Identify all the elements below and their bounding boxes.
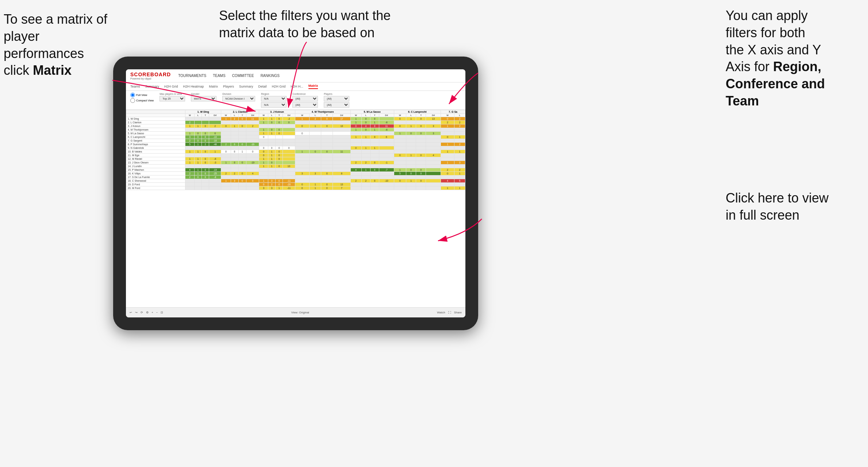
zoom-out-icon[interactable]: − [156, 311, 158, 314]
footer-bar: ↩ ↪ ⟳ ⚙ + − ⊡ View: Original Watch ⛶ Sha… [126, 307, 465, 317]
cell-r2-c1-3: 2 [246, 124, 259, 128]
cell-r7-c0-0: 5 [185, 143, 195, 146]
undo-icon[interactable]: ↩ [130, 311, 132, 314]
nav-rankings[interactable]: RANKINGS [261, 74, 280, 78]
zoom-in-icon[interactable]: + [151, 311, 153, 314]
cell-r14-c0-1: 1 [194, 168, 201, 172]
cell-r6-c2-3 [283, 139, 295, 143]
subnav-teams[interactable]: Teams [130, 85, 140, 88]
cell-r12-c3-1 [310, 161, 321, 165]
table-row: 4. M Thorbjornsen100101-6 [126, 128, 465, 132]
table-row: 17. S De La Fuente200-8 [126, 175, 465, 179]
cell-r5-c1-2 [238, 135, 246, 139]
col-header-1: 1. W Ding [185, 110, 221, 114]
table-row: 13. J Skov Olesen110-3100-1910220-113 [126, 161, 465, 165]
cell-r0-c3-2: 0 [321, 117, 333, 121]
view-options: Full View Compact View [130, 93, 154, 103]
cell-r17-c5-3 [426, 179, 441, 183]
cell-r17-c1-0: 1 [221, 179, 231, 183]
subnav-players[interactable]: Players [223, 85, 234, 88]
footer-left-icons: ↩ ↪ ⟳ ⚙ + − ⊡ [130, 311, 163, 314]
refresh-icon[interactable]: ⟳ [141, 311, 143, 314]
share-label[interactable]: Share [454, 311, 462, 314]
fullscreen-icon[interactable]: ⛶ [448, 311, 451, 314]
conference-select-2[interactable]: (All) [292, 102, 318, 108]
nav-tournaments[interactable]: TOURNAMENTS [178, 74, 206, 78]
subnav-detail[interactable]: Detail [258, 85, 267, 88]
redo-icon[interactable]: ↪ [135, 311, 138, 314]
cell-r14-c6-1: 2 [454, 168, 465, 172]
max-players-label: Max players in view [160, 93, 185, 95]
cell-r12-c5-3 [426, 161, 441, 165]
annotation-right-bottom: Click here to view in full screen [726, 190, 857, 224]
cell-r7-c5-3 [426, 143, 441, 146]
cell-r2-c5-3: 3 [426, 124, 441, 128]
cell-r17-c6-1: 5 [454, 179, 465, 183]
cell-r2-c3-3: 13 [333, 124, 350, 128]
watch-label[interactable]: Watch [437, 311, 445, 314]
cell-r13-c2-2: 0 [276, 165, 283, 168]
max-players-select[interactable]: Top 25 [160, 96, 185, 101]
cell-r6-c5-2 [416, 139, 426, 143]
cell-r19-c2-1: 3 [268, 186, 276, 190]
cell-r16-c2-3 [283, 175, 295, 179]
cell-r12-c4-0: 2 [350, 161, 361, 165]
cell-r0-c4-2: 0 [370, 117, 379, 121]
full-view-radio[interactable] [130, 93, 135, 97]
cell-r18-c0-0 [185, 183, 195, 186]
players-select-1[interactable]: (All) [324, 96, 349, 101]
cell-r17-c4-1: 2 [361, 179, 370, 183]
cell-r8-c1-2 [238, 146, 246, 150]
cell-r0-c5-0: 0 [394, 117, 406, 121]
fit-icon[interactable]: ⊡ [161, 311, 163, 314]
compact-view-option[interactable]: Compact View [130, 98, 154, 103]
cell-r9-c5-3 [426, 150, 441, 154]
cell-r19-c0-2 [201, 186, 209, 190]
subnav-matrix-left[interactable]: Matrix [209, 85, 218, 88]
cell-r15-c2-0 [259, 172, 268, 175]
cell-r10-c1-0 [221, 154, 231, 157]
cell-r1-c2-1: 0 [268, 121, 276, 124]
region-select-1[interactable]: N/A [261, 96, 287, 101]
cell-r13-c5-3 [426, 165, 441, 168]
subnav-h2h-grid[interactable]: H2H Grid [164, 85, 178, 88]
sub-t6: T [416, 114, 426, 117]
conference-select-1[interactable]: (All) [292, 96, 318, 101]
cell-r1-c3-1 [310, 121, 321, 124]
region-select-2[interactable]: N/A [261, 102, 287, 108]
cell-r1-c0-3 [209, 121, 221, 124]
cell-r8-c0-0 [185, 146, 195, 150]
nav-committee[interactable]: COMMITTEE [232, 74, 254, 78]
cell-r4-c0-1: 0 [194, 132, 201, 135]
division-select[interactable]: NCAA Division I [222, 96, 255, 101]
subnav-h2h-h[interactable]: H2H H... [291, 85, 303, 88]
cell-r0-c2-0: 1 [259, 117, 268, 121]
cell-r18-c1-3 [246, 183, 259, 186]
players-select-2[interactable]: (All) [324, 102, 349, 108]
subnav-h2h-heatmap[interactable]: H2H Heatmap [183, 85, 204, 88]
cell-r6-c4-1 [361, 139, 370, 143]
full-view-option[interactable]: Full View [130, 93, 154, 97]
sub-t5: T [370, 114, 379, 117]
compact-view-radio[interactable] [130, 98, 135, 103]
cell-r17-c1-1: 3 [231, 179, 238, 183]
cell-r2-c1-1: 1 [231, 124, 238, 128]
nav-teams[interactable]: TEAMS [213, 74, 225, 78]
cell-r15-c3-2: 0 [321, 172, 333, 175]
cell-r6-c1-1 [231, 139, 238, 143]
settings-icon[interactable]: ⚙ [146, 311, 149, 314]
subnav-matrix-active[interactable]: Matrix [308, 84, 318, 89]
cell-r14-c3-3 [333, 168, 350, 172]
cell-r0-c4-3 [379, 117, 394, 121]
cell-r13-c3-1 [310, 165, 321, 168]
cell-r12-c5-0 [394, 161, 406, 165]
subnav-h2h-grid2[interactable]: H2H Grid [272, 85, 286, 88]
cell-r5-c0-1: 0 [194, 135, 201, 139]
cell-r6-c0-0: 2 [185, 139, 195, 143]
subnav-summary2[interactable]: Summary [239, 85, 253, 88]
cell-r11-c2-0: 1 [259, 157, 268, 161]
subnav-summary[interactable]: Summary [145, 85, 160, 88]
gender-select[interactable]: Men's [191, 96, 216, 101]
cell-r13-c0-1 [194, 165, 201, 168]
cell-r16-c3-0 [295, 175, 310, 179]
